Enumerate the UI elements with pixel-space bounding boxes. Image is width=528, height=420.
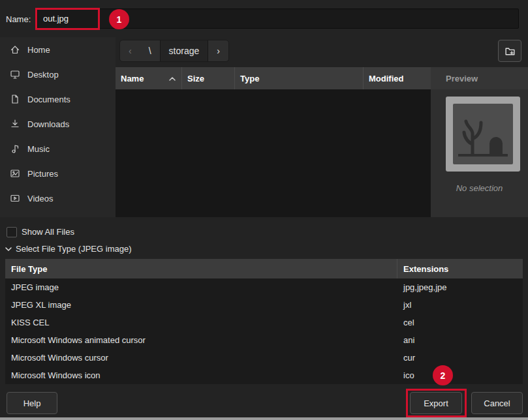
- file-type-table-header: File Type Extensions: [5, 259, 523, 278]
- table-row[interactable]: JPEG image jpg,jpeg,jpe: [5, 278, 523, 296]
- file-list-header: Name Size Type Modified: [116, 67, 431, 89]
- downloads-icon: [10, 119, 20, 129]
- sidebar-item-label: Documents: [27, 95, 70, 104]
- table-row[interactable]: JPEG XL image jxl: [5, 296, 523, 314]
- column-header-name[interactable]: Name: [116, 67, 182, 89]
- file-type-expander[interactable]: Select File Type (JPEG image): [5, 244, 132, 254]
- file-type-expander-label: Select File Type (JPEG image): [16, 244, 132, 254]
- no-selection-text: No selection: [431, 183, 528, 193]
- preview-placeholder-image: [453, 104, 513, 164]
- export-image-dialog: Name: 1 Home Desktop Documents Downloads…: [0, 0, 528, 420]
- path-bar: ‹ \ storage ›: [116, 37, 528, 67]
- sidebar-item-music[interactable]: Music: [0, 136, 116, 161]
- sidebar-item-label: Downloads: [27, 119, 69, 129]
- window-bottom-edge: [0, 417, 528, 420]
- name-label: Name:: [6, 14, 31, 24]
- sidebar-item-label: Home: [27, 45, 50, 55]
- table-row[interactable]: Microsoft Windows animated cursor ani: [5, 331, 523, 349]
- sidebar-item-home[interactable]: Home: [0, 37, 116, 62]
- preview-panel: Preview No selection: [431, 67, 528, 217]
- sidebar-item-label: Music: [27, 144, 50, 154]
- sidebar-item-videos[interactable]: Videos: [0, 186, 116, 211]
- breadcrumb: ‹ \ storage ›: [119, 40, 229, 62]
- home-icon: [10, 44, 20, 55]
- back-button[interactable]: ‹: [120, 40, 140, 61]
- sidebar-item-desktop[interactable]: Desktop: [0, 62, 116, 87]
- show-all-files-checkbox[interactable]: [7, 227, 17, 237]
- show-all-files-label: Show All Files: [22, 227, 74, 237]
- sidebar-item-label: Pictures: [27, 169, 58, 179]
- sidebar-item-downloads[interactable]: Downloads: [0, 112, 116, 136]
- preview-header: Preview: [431, 67, 528, 89]
- desktop-icon: [10, 69, 20, 80]
- add-folder-icon: [505, 46, 516, 57]
- breadcrumb-root[interactable]: \: [140, 40, 160, 61]
- forward-button[interactable]: ›: [208, 40, 228, 61]
- column-header-type[interactable]: Type: [235, 67, 364, 89]
- help-button[interactable]: Help: [7, 392, 57, 414]
- sort-ascending-icon: [168, 74, 176, 83]
- annotation-badge-1: 1: [109, 9, 129, 29]
- sidebar-item-pictures[interactable]: Pictures: [0, 161, 116, 186]
- table-row[interactable]: KISS CEL cel: [5, 314, 523, 331]
- chevron-down-icon: [5, 246, 12, 252]
- music-icon: [10, 143, 20, 154]
- table-row[interactable]: Microsoft Windows cursor cur: [5, 349, 523, 367]
- export-button[interactable]: Export: [410, 392, 462, 414]
- cancel-button[interactable]: Cancel: [471, 392, 523, 414]
- column-header-extensions: Extensions: [397, 259, 523, 278]
- preview-thumbnail: [446, 97, 520, 172]
- column-header-file-type: File Type: [5, 259, 397, 278]
- create-folder-button[interactable]: [498, 40, 521, 62]
- file-browser-list: Name Size Type Modified: [116, 67, 431, 217]
- places-sidebar: Home Desktop Documents Downloads Music P…: [0, 37, 116, 217]
- sidebar-item-label: Desktop: [27, 70, 59, 80]
- column-header-modified[interactable]: Modified: [364, 67, 431, 89]
- sidebar-item-documents[interactable]: Documents: [0, 87, 116, 112]
- annotation-badge-2: 2: [433, 365, 453, 385]
- sidebar-item-label: Videos: [27, 194, 54, 203]
- breadcrumb-current-folder[interactable]: storage: [160, 40, 209, 61]
- documents-icon: [10, 94, 20, 104]
- pictures-icon: [10, 168, 20, 179]
- column-header-size[interactable]: Size: [182, 67, 235, 89]
- videos-icon: [10, 193, 20, 203]
